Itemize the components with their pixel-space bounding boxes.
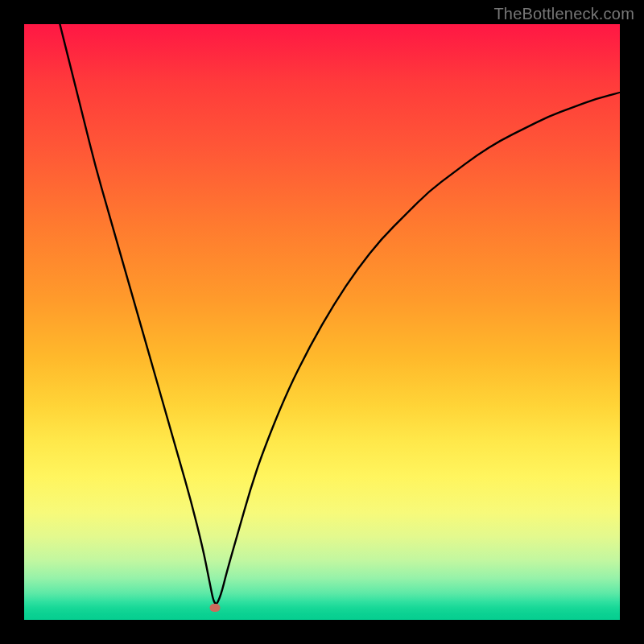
plot-area <box>24 24 620 620</box>
chart-container: TheBottleneck.com <box>0 0 644 644</box>
bottleneck-curve <box>60 24 620 604</box>
optimal-point-marker <box>209 604 220 612</box>
watermark-text: TheBottleneck.com <box>493 5 634 23</box>
curve-svg <box>24 24 620 620</box>
